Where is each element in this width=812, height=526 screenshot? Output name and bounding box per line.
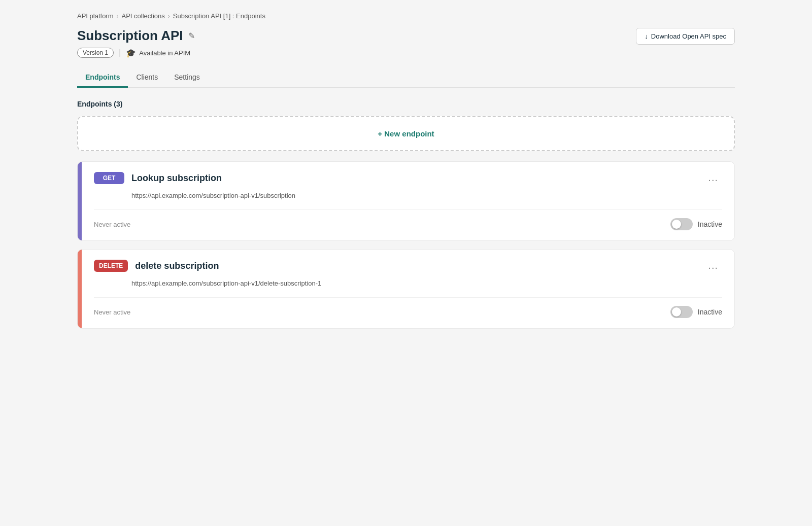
endpoint-body-get: GET Lookup subscription ··· https://api.… bbox=[82, 162, 734, 240]
tab-settings[interactable]: Settings bbox=[166, 68, 208, 88]
page-title: Subscription API bbox=[77, 28, 183, 44]
breadcrumb-current: Subscription API [1] : Endpoints bbox=[173, 12, 265, 20]
breadcrumb-sep-1: › bbox=[117, 13, 119, 20]
never-active-delete: Never active bbox=[94, 308, 130, 316]
page-meta: Version 1 | 🎓 Available in APIM bbox=[77, 48, 195, 58]
toggle-thumb-get bbox=[672, 220, 681, 229]
method-badge-get: GET bbox=[94, 172, 124, 184]
meta-divider: | bbox=[119, 48, 121, 57]
more-menu-delete[interactable]: ··· bbox=[704, 260, 722, 275]
endpoint-accent-get bbox=[78, 162, 82, 240]
endpoint-name-get: Lookup subscription bbox=[131, 173, 222, 184]
tab-clients[interactable]: Clients bbox=[128, 68, 166, 88]
endpoint-top-delete: DELETE delete subscription ··· bbox=[94, 260, 722, 275]
endpoint-card-get: GET Lookup subscription ··· https://api.… bbox=[77, 161, 735, 241]
new-endpoint-label: + New endpoint bbox=[378, 129, 434, 138]
title-row: Subscription API ✎ bbox=[77, 28, 195, 44]
section-title: Endpoints (3) bbox=[77, 100, 735, 108]
download-icon: ↓ bbox=[645, 32, 648, 40]
new-endpoint-card[interactable]: + New endpoint bbox=[77, 116, 735, 151]
toggle-thumb-delete bbox=[672, 307, 681, 317]
breadcrumb-sep-2: › bbox=[168, 13, 170, 20]
download-label: Download Open API spec bbox=[651, 32, 726, 40]
breadcrumb: API platform › API collections › Subscri… bbox=[77, 12, 735, 20]
endpoint-card-delete: DELETE delete subscription ··· https://a… bbox=[77, 249, 735, 329]
breadcrumb-api-collections[interactable]: API collections bbox=[122, 12, 165, 20]
tab-endpoints[interactable]: Endpoints bbox=[77, 68, 128, 88]
endpoint-footer-delete: Never active Inactive bbox=[94, 297, 722, 318]
status-row-get: Inactive bbox=[670, 218, 722, 230]
endpoint-top-get: GET Lookup subscription ··· bbox=[94, 172, 722, 188]
toggle-switch-delete[interactable] bbox=[670, 306, 693, 318]
endpoint-info-get: GET Lookup subscription bbox=[94, 172, 222, 184]
endpoint-accent-delete bbox=[78, 250, 82, 328]
apim-icon: 🎓 bbox=[126, 48, 136, 58]
apim-badge: 🎓 Available in APIM bbox=[126, 48, 190, 58]
title-section: Subscription API ✎ Version 1 | 🎓 Availab… bbox=[77, 28, 195, 58]
endpoint-url-delete: https://api.example.com/subscription-api… bbox=[94, 279, 722, 287]
edit-icon[interactable]: ✎ bbox=[188, 31, 195, 41]
endpoint-body-delete: DELETE delete subscription ··· https://a… bbox=[82, 250, 734, 328]
page-container: API platform › API collections › Subscri… bbox=[61, 0, 751, 526]
status-label-delete: Inactive bbox=[698, 308, 722, 316]
status-row-delete: Inactive bbox=[670, 306, 722, 318]
breadcrumb-api-platform[interactable]: API platform bbox=[77, 12, 114, 20]
status-label-get: Inactive bbox=[698, 220, 722, 228]
method-badge-delete: DELETE bbox=[94, 260, 128, 272]
endpoint-info-delete: DELETE delete subscription bbox=[94, 260, 219, 272]
never-active-get: Never active bbox=[94, 221, 130, 228]
apim-label: Available in APIM bbox=[139, 49, 190, 57]
endpoint-name-delete: delete subscription bbox=[135, 261, 219, 271]
version-badge[interactable]: Version 1 bbox=[77, 48, 114, 58]
tabs-bar: Endpoints Clients Settings bbox=[77, 68, 735, 88]
download-open-api-button[interactable]: ↓ Download Open API spec bbox=[636, 28, 735, 45]
endpoint-url-get: https://api.example.com/subscription-api… bbox=[94, 192, 722, 199]
endpoint-footer-get: Never active Inactive bbox=[94, 209, 722, 230]
toggle-switch-get[interactable] bbox=[670, 218, 693, 230]
page-header: Subscription API ✎ Version 1 | 🎓 Availab… bbox=[77, 28, 735, 58]
more-menu-get[interactable]: ··· bbox=[704, 172, 722, 188]
